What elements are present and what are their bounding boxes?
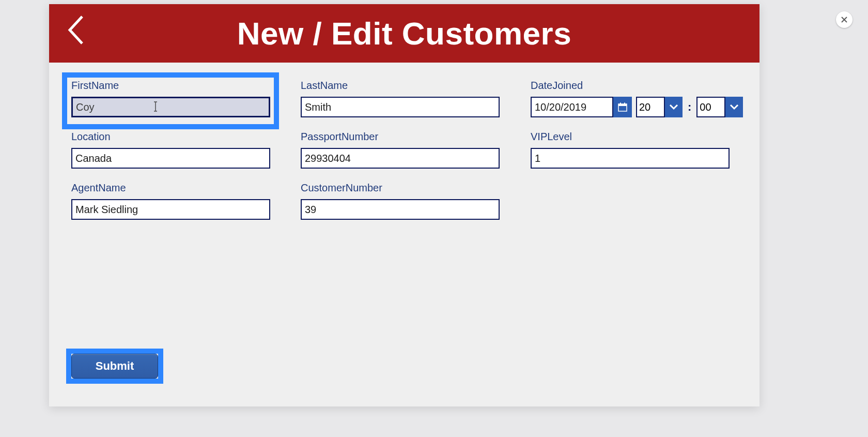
calendar-icon	[618, 102, 627, 112]
chevron-left-icon	[66, 13, 86, 47]
firstname-input[interactable]	[71, 97, 270, 117]
svg-rect-1	[618, 104, 627, 106]
lastname-input[interactable]	[301, 97, 500, 117]
agentname-input[interactable]	[71, 199, 270, 220]
minute-picker: 00	[696, 97, 743, 117]
form-area: FirstName LastName DateJoined 10/20/2019	[49, 63, 760, 406]
firstname-label: FirstName	[71, 80, 270, 92]
minute-value[interactable]: 00	[696, 97, 725, 117]
lastname-label: LastName	[301, 80, 500, 92]
agentname-label: AgentName	[71, 182, 270, 194]
customernumber-label: CustomerNumber	[301, 182, 500, 194]
hour-dropdown-button[interactable]	[665, 97, 683, 117]
customernumber-input[interactable]	[301, 199, 500, 220]
hour-value[interactable]: 20	[636, 97, 665, 117]
time-separator: :	[687, 100, 692, 114]
svg-rect-3	[624, 103, 625, 105]
date-picker: 10/20/2019	[531, 97, 632, 117]
viplevel-label: VIPLevel	[531, 131, 730, 143]
hour-picker: 20	[636, 97, 683, 117]
highlight-submit: Submit	[66, 349, 163, 384]
datejoined-label: DateJoined	[531, 80, 737, 92]
svg-rect-2	[620, 103, 621, 105]
date-value[interactable]: 10/20/2019	[531, 97, 613, 117]
back-button[interactable]	[60, 11, 91, 49]
page-title: New / Edit Customers	[237, 15, 571, 52]
calendar-button[interactable]	[613, 97, 632, 117]
passport-input[interactable]	[301, 148, 500, 169]
close-button[interactable]	[836, 11, 853, 28]
passport-label: PassportNumber	[301, 131, 500, 143]
form-panel: New / Edit Customers FirstName LastName …	[49, 4, 760, 406]
chevron-down-icon	[730, 104, 739, 110]
chevron-down-icon	[669, 104, 678, 110]
viplevel-input[interactable]	[531, 148, 730, 169]
header-bar: New / Edit Customers	[49, 4, 760, 63]
close-icon	[841, 16, 848, 23]
submit-button[interactable]: Submit	[71, 354, 158, 379]
location-label: Location	[71, 131, 270, 143]
minute-dropdown-button[interactable]	[725, 97, 743, 117]
location-input[interactable]	[71, 148, 270, 169]
